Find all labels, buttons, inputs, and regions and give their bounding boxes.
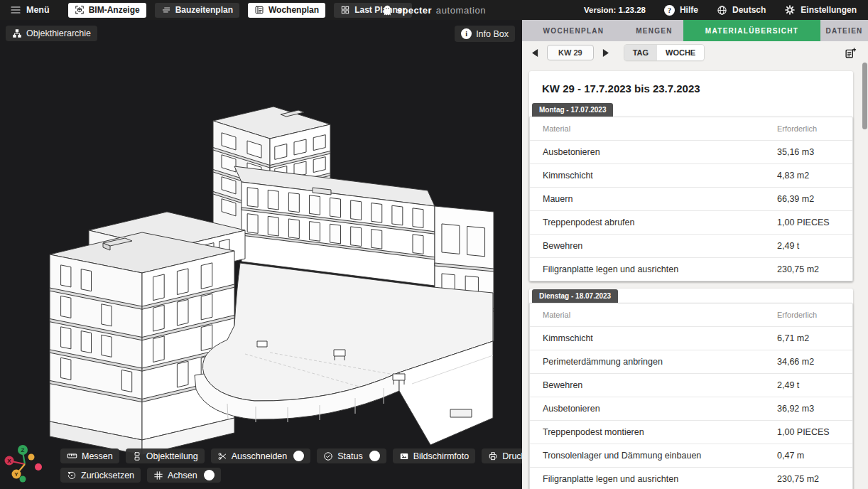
zuruecksetzen-button[interactable]: Zurücksetzen [60,468,141,483]
objektteilung-button[interactable]: Objektteilung [126,448,205,463]
language-button[interactable]: Deutsch [717,5,766,16]
version-label: Version: 1.23.28 [584,6,646,14]
table-row: Mauern66,39 m2 [530,187,852,210]
material-content: KW 29 - 17.7.2023 bis 23.7.2023 Montag -… [522,64,868,489]
axis-y-handle[interactable]: Y [12,470,21,479]
toggle-tag[interactable]: TAG [624,45,657,60]
tab-materialuebersicht[interactable]: MATERIALÜBERSICHT [683,20,820,41]
table-row: Bewehren2,49 t [530,234,852,257]
hierarchy-icon [12,28,22,38]
bim-viewport[interactable]: Objekthierarchie i Info Box Z X [0,20,522,489]
week-heading: KW 29 - 17.7.2023 bis 23.7.2023 [529,71,853,102]
col-erforderlich: Erforderlich [777,124,840,133]
gear-icon [784,4,796,16]
achsen-button[interactable]: Achsen [147,468,221,483]
ausschneiden-dropdown[interactable] [293,451,304,461]
day-card: Dienstag - 18.07.2023 Material Erforderl… [529,289,853,489]
axis-z-handle[interactable]: Z [18,445,28,455]
material-panel: WOCHENPLAN MENGEN MATERIALÜBERSICHT DATE… [522,20,868,489]
nav-bauzeitenplan-button[interactable]: Bauzeitenplan [155,3,239,18]
reset-rotate-icon [67,471,77,480]
day-table-dienstag: Material Erforderlich Kimmschicht6,71 m2… [529,303,853,489]
bim-cube-icon [75,5,85,15]
hamburger-icon [10,4,21,16]
printer-icon [488,451,498,461]
grid-squares-icon [340,5,350,15]
scissors-icon [217,451,227,461]
next-week-button[interactable] [600,48,612,58]
chevron-down-icon [295,453,302,459]
status-button[interactable]: Status [317,448,386,463]
brand-logo: specter automation [382,0,486,20]
table-row: Treppenpodest abrufen1,00 PIECES [530,210,852,234]
axis-dot-neg-z[interactable] [20,476,26,483]
status-dropdown[interactable] [369,451,380,461]
messen-button[interactable]: Messen [60,448,119,463]
menu-label: Menü [26,5,50,15]
ruler-icon [67,451,77,461]
week-list-icon [254,5,264,15]
tab-mengen[interactable]: MENGEN [625,20,683,41]
svg-text:Z: Z [21,447,25,453]
settings-button[interactable]: Einstellungen [784,4,857,16]
day-week-toggle: TAG WOCHE [624,45,705,60]
help-button[interactable]: ? Hilfe [664,5,698,16]
add-note-button[interactable] [845,47,857,59]
table-row: Kimmschicht4,83 m2 [530,163,852,187]
day-badge: Dienstag - 18.07.2023 [532,289,618,303]
week-selector-button[interactable]: KW 29 [547,45,594,60]
globe-icon [717,5,727,16]
table-row: Filigranplatte legen und ausrichten230,7… [530,257,852,281]
nav-label: Wochenplan [268,5,319,15]
menu-button[interactable]: Menü [10,4,50,16]
table-row: Ausbetonieren36,92 m3 [530,397,852,420]
col-material: Material [543,124,777,133]
viewport-toolbar: Messen Objektteilung Ausschneiden Status [60,448,522,483]
ghost-icon [382,4,393,16]
screenshot-icon [399,451,409,461]
table-row: Kimmschicht6,71 m2 [530,326,852,350]
nav-bim-anzeige-button[interactable]: BIM-Anzeige [68,3,146,18]
axis-dot-neg-y[interactable] [28,454,35,461]
day-table-montag: Material Erforderlich Ausbetonieren35,16… [529,117,853,281]
top-toolbar: Menü BIM-Anzeige Bauzeitenplan Wochenpla… [0,0,868,20]
day-badge: Montag - 17.07.2023 [532,103,613,117]
table-row: Treppenpodest montieren1,00 PIECES [530,420,852,444]
panel-scrollbar-thumb[interactable] [862,63,867,129]
table-row: Filigranplatte legen und ausrichten230,7… [530,467,852,489]
table-row: Perimeterdämmung anbringen34,66 m2 [530,350,852,373]
week-card: KW 29 - 17.7.2023 bis 23.7.2023 Montag -… [529,71,853,281]
status-check-icon [323,451,333,461]
split-object-icon [132,451,142,461]
building-model[interactable] [0,20,522,489]
svg-text:X: X [7,458,11,464]
axes-hash-icon [153,471,163,480]
triangle-right-icon [602,49,609,57]
object-hierarchy-button[interactable]: Objekthierarchie [6,26,97,41]
tab-dateien[interactable]: DATEIEN [820,20,868,41]
col-erforderlich: Erforderlich [777,311,840,319]
brand-name: specter [397,5,432,16]
axis-dot-neg-x[interactable] [35,463,42,471]
col-material: Material [543,311,777,319]
nav-wochenplan-button[interactable]: Wochenplan [248,3,325,18]
achsen-dropdown[interactable] [204,470,215,480]
nav-label: BIM-Anzeige [89,5,140,15]
tab-wochenplan[interactable]: WOCHENPLAN [522,20,625,41]
info-icon: i [461,28,472,39]
table-row: Tronsolenlager und Dämmung einbauen0,47 … [530,444,852,467]
bildschirmfoto-button[interactable]: Bildschirmfoto [393,448,476,463]
prev-week-button[interactable] [529,48,541,58]
svg-text:Y: Y [14,471,18,478]
triangle-left-icon [532,49,538,57]
axis-x-handle[interactable]: X [5,456,14,466]
help-icon: ? [664,5,675,16]
gantt-lines-icon [161,5,171,15]
axis-gizmo[interactable]: Z X Y [1,438,51,488]
chevron-down-icon [206,472,212,478]
info-box-button[interactable]: i Info Box [455,26,515,42]
toggle-woche[interactable]: WOCHE [657,45,704,60]
druckvorschau-button[interactable]: Druckvorschau [482,448,522,463]
nav-label: Bauzeitenplan [175,5,233,15]
ausschneiden-button[interactable]: Ausschneiden [211,448,311,463]
